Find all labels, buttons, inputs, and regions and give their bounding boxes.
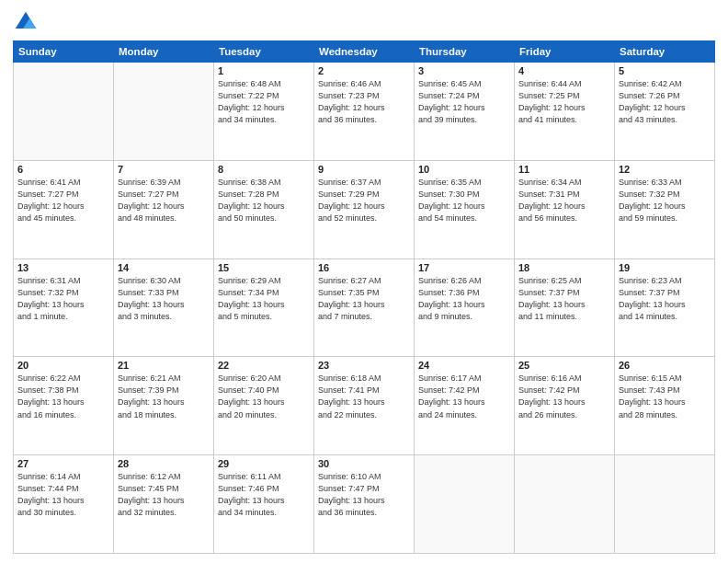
calendar-cell: 12Sunrise: 6:33 AM Sunset: 7:32 PM Dayli…	[615, 160, 715, 259]
calendar-cell: 27Sunrise: 6:14 AM Sunset: 7:44 PM Dayli…	[14, 455, 114, 554]
day-info: Sunrise: 6:25 AM Sunset: 7:37 PM Dayligh…	[518, 275, 610, 323]
calendar-cell: 29Sunrise: 6:11 AM Sunset: 7:46 PM Dayli…	[214, 455, 314, 554]
day-number: 3	[418, 65, 510, 76]
day-info: Sunrise: 6:16 AM Sunset: 7:42 PM Dayligh…	[518, 373, 610, 420]
day-info: Sunrise: 6:18 AM Sunset: 7:41 PM Dayligh…	[318, 373, 410, 420]
day-number: 10	[418, 164, 510, 175]
day-number: 30	[318, 458, 410, 469]
calendar-week-row: 1Sunrise: 6:48 AM Sunset: 7:22 PM Daylig…	[14, 63, 715, 161]
day-info: Sunrise: 6:45 AM Sunset: 7:24 PM Dayligh…	[418, 78, 510, 126]
calendar-cell: 7Sunrise: 6:39 AM Sunset: 7:27 PM Daylig…	[114, 160, 214, 259]
day-info: Sunrise: 6:11 AM Sunset: 7:46 PM Dayligh…	[218, 471, 310, 519]
day-info: Sunrise: 6:37 AM Sunset: 7:29 PM Dayligh…	[318, 177, 410, 224]
day-info: Sunrise: 6:10 AM Sunset: 7:47 PM Dayligh…	[318, 471, 410, 519]
calendar-cell: 8Sunrise: 6:38 AM Sunset: 7:28 PM Daylig…	[214, 160, 314, 259]
calendar-cell: 21Sunrise: 6:21 AM Sunset: 7:39 PM Dayli…	[114, 357, 214, 455]
calendar-cell: 25Sunrise: 6:16 AM Sunset: 7:42 PM Dayli…	[515, 357, 615, 455]
calendar-cell: 1Sunrise: 6:48 AM Sunset: 7:22 PM Daylig…	[214, 63, 314, 161]
day-info: Sunrise: 6:39 AM Sunset: 7:27 PM Dayligh…	[118, 177, 210, 224]
calendar-cell: 10Sunrise: 6:35 AM Sunset: 7:30 PM Dayli…	[415, 160, 515, 259]
calendar-cell: 20Sunrise: 6:22 AM Sunset: 7:38 PM Dayli…	[14, 357, 114, 455]
day-number: 12	[619, 164, 711, 175]
day-info: Sunrise: 6:12 AM Sunset: 7:45 PM Dayligh…	[118, 471, 210, 519]
day-number: 24	[418, 360, 510, 371]
day-number: 2	[318, 65, 410, 76]
day-number: 29	[218, 458, 310, 469]
day-number: 15	[218, 262, 310, 273]
calendar-cell	[114, 63, 214, 161]
day-number: 23	[318, 360, 410, 371]
day-info: Sunrise: 6:22 AM Sunset: 7:38 PM Dayligh…	[17, 373, 109, 420]
calendar-cell: 16Sunrise: 6:27 AM Sunset: 7:35 PM Dayli…	[314, 259, 415, 357]
day-info: Sunrise: 6:33 AM Sunset: 7:32 PM Dayligh…	[619, 177, 711, 224]
day-number: 6	[17, 164, 109, 175]
weekday-header-row: SundayMondayTuesdayWednesdayThursdayFrid…	[14, 41, 715, 63]
day-number: 22	[218, 360, 310, 371]
calendar-cell: 17Sunrise: 6:26 AM Sunset: 7:36 PM Dayli…	[415, 259, 515, 357]
calendar-cell: 18Sunrise: 6:25 AM Sunset: 7:37 PM Dayli…	[515, 259, 615, 357]
day-number: 27	[17, 458, 109, 469]
day-number: 11	[518, 164, 610, 175]
logo-icon	[13, 9, 39, 35]
day-number: 5	[619, 65, 711, 76]
logo	[13, 9, 42, 35]
calendar-cell: 3Sunrise: 6:45 AM Sunset: 7:24 PM Daylig…	[415, 63, 515, 161]
day-number: 21	[118, 360, 210, 371]
calendar-cell: 6Sunrise: 6:41 AM Sunset: 7:27 PM Daylig…	[14, 160, 114, 259]
calendar-cell: 15Sunrise: 6:29 AM Sunset: 7:34 PM Dayli…	[214, 259, 314, 357]
day-info: Sunrise: 6:21 AM Sunset: 7:39 PM Dayligh…	[118, 373, 210, 420]
calendar-cell: 24Sunrise: 6:17 AM Sunset: 7:42 PM Dayli…	[415, 357, 515, 455]
weekday-header-monday: Monday	[114, 41, 214, 63]
day-info: Sunrise: 6:27 AM Sunset: 7:35 PM Dayligh…	[318, 275, 410, 323]
calendar-cell: 5Sunrise: 6:42 AM Sunset: 7:26 PM Daylig…	[615, 63, 715, 161]
day-number: 28	[118, 458, 210, 469]
day-number: 4	[518, 65, 610, 76]
day-info: Sunrise: 6:29 AM Sunset: 7:34 PM Dayligh…	[218, 275, 310, 323]
weekday-header-friday: Friday	[515, 41, 615, 63]
calendar-cell: 30Sunrise: 6:10 AM Sunset: 7:47 PM Dayli…	[314, 455, 415, 554]
calendar-cell: 13Sunrise: 6:31 AM Sunset: 7:32 PM Dayli…	[14, 259, 114, 357]
calendar-week-row: 20Sunrise: 6:22 AM Sunset: 7:38 PM Dayli…	[14, 357, 715, 455]
day-info: Sunrise: 6:17 AM Sunset: 7:42 PM Dayligh…	[418, 373, 510, 420]
calendar-cell: 26Sunrise: 6:15 AM Sunset: 7:43 PM Dayli…	[615, 357, 715, 455]
calendar-cell: 2Sunrise: 6:46 AM Sunset: 7:23 PM Daylig…	[314, 63, 415, 161]
day-number: 14	[118, 262, 210, 273]
calendar-cell	[14, 63, 114, 161]
day-number: 20	[17, 360, 109, 371]
day-info: Sunrise: 6:31 AM Sunset: 7:32 PM Dayligh…	[17, 275, 109, 323]
day-info: Sunrise: 6:30 AM Sunset: 7:33 PM Dayligh…	[118, 275, 210, 323]
day-number: 16	[318, 262, 410, 273]
calendar-week-row: 13Sunrise: 6:31 AM Sunset: 7:32 PM Dayli…	[14, 259, 715, 357]
day-number: 7	[118, 164, 210, 175]
calendar-cell: 22Sunrise: 6:20 AM Sunset: 7:40 PM Dayli…	[214, 357, 314, 455]
day-info: Sunrise: 6:46 AM Sunset: 7:23 PM Dayligh…	[318, 78, 410, 126]
calendar-cell	[515, 455, 615, 554]
day-info: Sunrise: 6:14 AM Sunset: 7:44 PM Dayligh…	[17, 471, 109, 519]
day-number: 19	[619, 262, 711, 273]
calendar-table: SundayMondayTuesdayWednesdayThursdayFrid…	[13, 40, 715, 554]
calendar-cell	[415, 455, 515, 554]
weekday-header-wednesday: Wednesday	[314, 41, 415, 63]
day-number: 1	[218, 65, 310, 76]
calendar-cell: 11Sunrise: 6:34 AM Sunset: 7:31 PM Dayli…	[515, 160, 615, 259]
day-info: Sunrise: 6:20 AM Sunset: 7:40 PM Dayligh…	[218, 373, 310, 420]
calendar-cell: 23Sunrise: 6:18 AM Sunset: 7:41 PM Dayli…	[314, 357, 415, 455]
calendar-week-row: 27Sunrise: 6:14 AM Sunset: 7:44 PM Dayli…	[14, 455, 715, 554]
day-number: 17	[418, 262, 510, 273]
weekday-header-thursday: Thursday	[415, 41, 515, 63]
weekday-header-saturday: Saturday	[615, 41, 715, 63]
day-info: Sunrise: 6:35 AM Sunset: 7:30 PM Dayligh…	[418, 177, 510, 224]
day-info: Sunrise: 6:44 AM Sunset: 7:25 PM Dayligh…	[518, 78, 610, 126]
day-number: 8	[218, 164, 310, 175]
day-info: Sunrise: 6:42 AM Sunset: 7:26 PM Dayligh…	[619, 78, 711, 126]
calendar-cell: 14Sunrise: 6:30 AM Sunset: 7:33 PM Dayli…	[114, 259, 214, 357]
calendar-cell: 19Sunrise: 6:23 AM Sunset: 7:37 PM Dayli…	[615, 259, 715, 357]
day-number: 25	[518, 360, 610, 371]
day-info: Sunrise: 6:26 AM Sunset: 7:36 PM Dayligh…	[418, 275, 510, 323]
weekday-header-tuesday: Tuesday	[214, 41, 314, 63]
weekday-header-sunday: Sunday	[14, 41, 114, 63]
day-info: Sunrise: 6:34 AM Sunset: 7:31 PM Dayligh…	[518, 177, 610, 224]
day-number: 18	[518, 262, 610, 273]
day-info: Sunrise: 6:23 AM Sunset: 7:37 PM Dayligh…	[619, 275, 711, 323]
day-number: 9	[318, 164, 410, 175]
